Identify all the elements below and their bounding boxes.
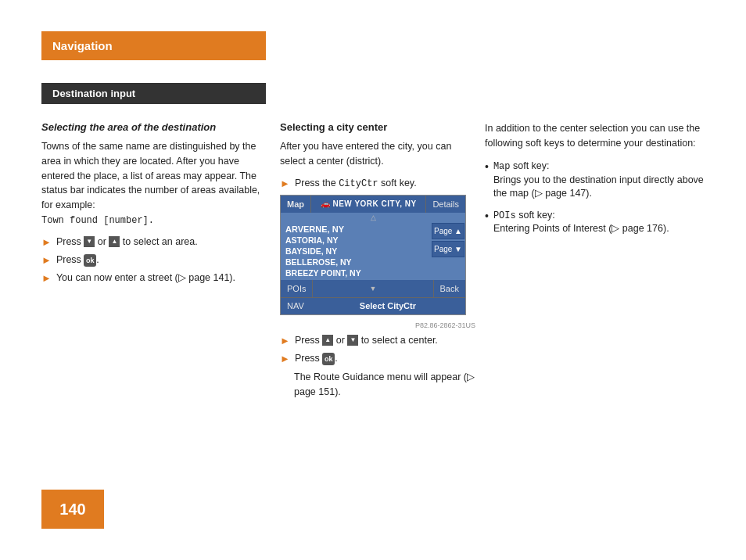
right-intro: In addition to the center selection you … xyxy=(485,121,716,152)
left-b1-text: Press ▼ or ▲ to select an area. xyxy=(56,235,198,249)
gps-map-btn[interactable]: Map xyxy=(281,196,311,213)
left-b2-text: Press ok. xyxy=(56,253,99,267)
up-arrow-icon-2: ▲ xyxy=(322,335,333,346)
mid-column: Selecting a city center After you have e… xyxy=(280,121,475,407)
mid-bullet-arrow-3: ► xyxy=(280,352,290,366)
left-intro: Towns of the same name are distinguished… xyxy=(41,139,272,228)
mid-intro: After you have entered the city, you can… xyxy=(280,139,475,169)
left-bullet-3: ► You can now enter a street (▷ page 141… xyxy=(41,271,272,285)
mid-bullet-3: ► Press ok. xyxy=(280,352,475,366)
right-dot-1: • xyxy=(485,160,489,175)
gps-page-up-btn[interactable]: Page ▲ xyxy=(432,223,464,239)
right-b1-text: Map soft key:Brings you to the destinati… xyxy=(493,160,716,201)
gps-caption: P82.86-2862-31US xyxy=(280,321,475,329)
mid-bullet-1: ► Press the CityCtr soft key. xyxy=(280,177,475,191)
gps-screen: Map 🚗 NEW YORK CITY, NY Details △ ARVERN… xyxy=(280,195,466,315)
dest-bar: Destination input xyxy=(41,83,266,104)
right-bullet-1: • Map soft key:Brings you to the destina… xyxy=(485,160,716,201)
gps-item-1[interactable]: ASTORIA, NY xyxy=(285,235,426,246)
gps-top-bar: Map 🚗 NEW YORK CITY, NY Details xyxy=(281,196,465,213)
left-bullet-1: ► Press ▼ or ▲ to select an area. xyxy=(41,235,272,249)
right-dot-2: • xyxy=(485,209,489,224)
right-bullet-2: • POIs soft key:Entering Points of Inter… xyxy=(485,209,716,236)
gps-nav-label: NAV xyxy=(281,300,310,312)
down-arrow-icon-2: ▼ xyxy=(347,335,358,346)
up-arrow-icon: ▲ xyxy=(109,236,120,247)
header-nav-bar: Navigation xyxy=(41,31,266,60)
gps-back-btn[interactable]: Back xyxy=(433,280,465,297)
gps-page-down-btn[interactable]: Page ▼ xyxy=(432,241,464,257)
mid-bullet-list-2: ► Press ▲ or ▼ to select a center. ► Pre… xyxy=(280,334,475,366)
mid-b2-text: Press ▲ or ▼ to select a center. xyxy=(295,334,438,348)
left-bullet-list: ► Press ▼ or ▲ to select an area. ► Pres… xyxy=(41,235,272,286)
page-number-box: 140 xyxy=(41,490,104,529)
gps-list-area: ARVERNE, NY ASTORIA, NY BAYSIDE, NY BELL… xyxy=(281,222,465,280)
gps-bottom-bar: POIs ▼ Back xyxy=(281,280,465,297)
ok-icon-2: ok xyxy=(322,353,335,365)
gps-item-0[interactable]: ARVERNE, NY xyxy=(285,224,426,235)
left-bullet-2: ► Press ok. xyxy=(41,253,272,267)
gps-city-name: 🚗 NEW YORK CITY, NY xyxy=(311,199,425,208)
left-code-example: Town found [number]. xyxy=(41,215,154,226)
gps-list: ARVERNE, NY ASTORIA, NY BAYSIDE, NY BELL… xyxy=(281,222,431,280)
gps-pois-btn[interactable]: POIs xyxy=(281,280,313,297)
mid-bullet-arrow-1: ► xyxy=(280,177,290,191)
left-intro-text: Towns of the same name are distinguished… xyxy=(41,141,260,210)
dest-bar-title: Destination input xyxy=(52,88,135,99)
left-b3-text: You can now enter a street (▷ page 141). xyxy=(56,271,235,285)
mid-b1-text: Press the CityCtr soft key. xyxy=(295,177,417,191)
map-code: Map xyxy=(493,161,511,172)
bullet-arrow-1: ► xyxy=(41,235,52,249)
nav-title: Navigation xyxy=(52,39,113,52)
gps-triangle-down: ▼ xyxy=(313,285,432,293)
gps-item-3[interactable]: BELLEROSE, NY xyxy=(285,257,426,267)
gps-nav-bar: NAV Select CityCtr xyxy=(281,297,465,314)
down-arrow-icon: ▼ xyxy=(84,236,95,247)
gps-nav-center: Select CityCtr xyxy=(310,301,465,311)
page-number: 140 xyxy=(59,501,85,519)
mid-note: The Route Guidance menu will appear (▷ p… xyxy=(294,370,475,400)
bullet-arrow-2: ► xyxy=(41,253,52,267)
right-b2-text: POIs soft key:Entering Points of Interes… xyxy=(493,209,669,236)
gps-page-buttons: Page ▲ Page ▼ xyxy=(431,222,465,280)
cityctr-code: CityCtr xyxy=(339,178,378,189)
gps-item-4[interactable]: BREEZY POINT, NY xyxy=(285,267,426,278)
mid-bullet-list: ► Press the CityCtr soft key. xyxy=(280,177,475,191)
left-column: Selecting the area of the destination To… xyxy=(41,121,272,289)
gps-item-2[interactable]: BAYSIDE, NY xyxy=(285,246,426,257)
bullet-arrow-3: ► xyxy=(41,271,52,285)
gps-triangle-up: △ xyxy=(281,213,465,222)
mid-bullet-2: ► Press ▲ or ▼ to select a center. xyxy=(280,334,475,348)
mid-heading: Selecting a city center xyxy=(280,121,475,133)
ok-icon-1: ok xyxy=(84,254,96,267)
car-icon: 🚗 xyxy=(321,199,333,208)
right-column: In addition to the center selection you … xyxy=(485,121,716,244)
gps-details-btn[interactable]: Details xyxy=(425,196,465,213)
mid-b3-text: Press ok. xyxy=(295,352,338,366)
mid-bullet-arrow-2: ► xyxy=(280,334,290,348)
pois-code: POIs xyxy=(493,210,516,221)
left-section-heading: Selecting the area of the destination xyxy=(41,121,272,133)
right-bullet-list: • Map soft key:Brings you to the destina… xyxy=(485,160,716,236)
